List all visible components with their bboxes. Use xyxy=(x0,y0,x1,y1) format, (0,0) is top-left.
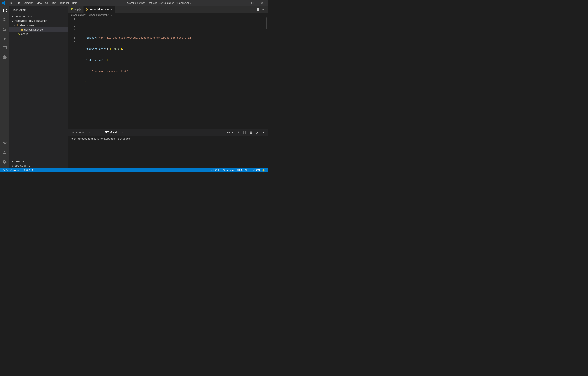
activity-remote[interactable] xyxy=(0,43,10,53)
encoding[interactable]: UTF-8 xyxy=(235,168,244,172)
breadcrumb-sep2: › xyxy=(108,14,109,16)
terminal-tab-bar: PROBLEMS OUTPUT TERMINAL ··· 1: bash ∨ +… xyxy=(68,129,268,136)
tab-app-js[interactable]: JS app.js xyxy=(68,6,84,13)
folder-icon: ⊞ xyxy=(16,24,19,27)
breadcrumb-symbol[interactable]: ... xyxy=(110,14,112,16)
js-icon: JS xyxy=(17,32,20,35)
breadcrumb-filename[interactable]: devcontainer.json xyxy=(89,14,107,16)
devcontainer-folder-arrow: ▼ xyxy=(12,24,16,27)
shell-selector[interactable]: 1: bash ∨ xyxy=(221,131,235,134)
svg-rect-0 xyxy=(3,46,7,49)
line-num-2: 2 xyxy=(69,21,75,25)
menu-view[interactable]: View xyxy=(35,1,43,5)
file-tree: ▶ OPEN EDITORS ▼ TESTNODE [DEV CONTAINER… xyxy=(10,14,68,159)
root-folder-header[interactable]: ▼ TESTNODE [DEV CONTAINER] xyxy=(10,19,68,23)
line-num-7: 7 xyxy=(69,40,75,43)
main-layout: Explorer ··· ▶ OPEN EDITORS ▼ TESTNODE [… xyxy=(0,6,268,168)
code-line-5: "dbaeumer.vscode-eslint" xyxy=(79,70,266,73)
no-arrow xyxy=(17,28,20,31)
activity-run[interactable] xyxy=(0,34,10,43)
npm-scripts-arrow: ▶ xyxy=(11,164,14,167)
tab-close-button[interactable]: ✕ xyxy=(110,8,113,11)
breadcrumb-json-icon: {} xyxy=(87,14,88,16)
problems-tab[interactable]: PROBLEMS xyxy=(68,129,87,136)
maximize-panel-button[interactable]: ∧ xyxy=(254,130,260,135)
code-line-6: ] xyxy=(79,81,266,84)
menu-selection[interactable]: Selection xyxy=(22,1,35,5)
menu-run[interactable]: Run xyxy=(50,1,58,5)
split-terminal-button[interactable] xyxy=(242,130,247,135)
activity-explorer[interactable] xyxy=(0,6,10,15)
line-num-4: 4 xyxy=(69,29,75,32)
new-terminal-button[interactable]: + xyxy=(235,130,241,135)
explorer-more-button[interactable]: ··· xyxy=(60,7,66,13)
code-line-4: "extensions": [ xyxy=(79,58,266,62)
code-line-1: { xyxy=(79,25,266,29)
scrollbar-thumb[interactable] xyxy=(266,17,267,29)
activity-account[interactable] xyxy=(0,148,10,157)
open-editors-header[interactable]: ▶ OPEN EDITORS xyxy=(10,14,68,19)
activity-extensions[interactable] xyxy=(0,53,10,62)
tab-actions: ··· xyxy=(254,6,268,12)
vscode-logo xyxy=(1,1,5,5)
vertical-scrollbar[interactable] xyxy=(266,17,268,129)
language-mode[interactable]: JSON xyxy=(252,168,261,172)
kill-terminal-button[interactable]: ⊟ xyxy=(248,130,254,135)
notifications-button[interactable]: 🔔 xyxy=(261,168,266,172)
terminal-body[interactable]: root@d48e8d38ab69:/workspaces/TestNode# xyxy=(68,136,268,168)
code-editor[interactable]: 1 2 3 4 5 6 7 { "image": "mcr.microsoft.… xyxy=(68,17,268,129)
warning-icon: ⚠ xyxy=(28,169,31,172)
output-tab[interactable]: OUTPUT xyxy=(87,129,102,136)
breadcrumb: .devcontainer › {} devcontainer.json › .… xyxy=(68,13,268,17)
root-folder-arrow: ▼ xyxy=(11,19,14,22)
split-editor-button[interactable] xyxy=(255,6,261,12)
menu-edit[interactable]: Edit xyxy=(14,1,21,5)
more-panels-button[interactable]: ··· xyxy=(120,129,127,136)
maximize-button[interactable]: ❐ xyxy=(248,0,257,6)
cursor-position[interactable]: Ln 1, Col 1 xyxy=(208,168,222,172)
activity-settings[interactable] xyxy=(0,157,10,167)
menu-go[interactable]: Go xyxy=(44,1,50,5)
close-button[interactable]: ✕ xyxy=(257,0,266,6)
errors-warnings[interactable]: ⊗ 0 ⚠ 0 xyxy=(22,168,34,172)
npm-scripts-header[interactable]: ▶ NPM SCRIPTS xyxy=(10,164,68,168)
app-js-file[interactable]: JS app.js xyxy=(10,32,68,36)
editor-area: JS app.js {} devcontainer.json ✕ ··· .de… xyxy=(68,6,268,168)
no-arrow2 xyxy=(14,32,17,35)
outline-arrow: ▶ xyxy=(11,160,14,163)
minimize-button[interactable]: – xyxy=(239,0,248,6)
line-ending[interactable]: CRLF xyxy=(244,168,252,172)
activity-search[interactable] xyxy=(0,15,10,25)
devcontainer-folder[interactable]: ▼ ⊞ .devcontainer xyxy=(10,23,68,27)
error-icon: ⊗ xyxy=(24,169,26,172)
tab-devcontainer-json[interactable]: {} devcontainer.json ✕ xyxy=(84,6,116,13)
menu-file[interactable]: File xyxy=(7,1,14,5)
indentation[interactable]: Spaces: 4 xyxy=(222,168,235,172)
activity-source-control[interactable] xyxy=(0,25,10,34)
remote-indicator[interactable]: ⊕ Dev Container xyxy=(1,168,22,172)
menu-help[interactable]: Help xyxy=(71,1,79,5)
menu-terminal[interactable]: Terminal xyxy=(58,1,70,5)
breadcrumb-sep1: › xyxy=(86,14,86,16)
line-num-1: 1 xyxy=(69,17,75,21)
outline-header[interactable]: ▶ OUTLINE xyxy=(10,159,68,164)
titlebar: File Edit Selection View Go Run Terminal… xyxy=(0,0,268,6)
terminal-tab-active[interactable]: TERMINAL xyxy=(102,129,120,136)
sidebar: Explorer ··· ▶ OPEN EDITORS ▼ TESTNODE [… xyxy=(10,6,68,168)
tab-bar: JS app.js {} devcontainer.json ✕ ··· xyxy=(68,6,268,13)
breadcrumb-devcontainer[interactable]: .devcontainer xyxy=(71,14,85,16)
terminal-panel: PROBLEMS OUTPUT TERMINAL ··· 1: bash ∨ +… xyxy=(68,129,268,168)
window-title: devcontainer.json - TestNode [Dev Contai… xyxy=(79,1,239,4)
code-line-7: } xyxy=(79,92,266,95)
activity-bar xyxy=(0,6,10,168)
explorer-header: Explorer ··· xyxy=(10,6,68,14)
code-content[interactable]: { "image": "mcr.microsoft.com/vscode/dev… xyxy=(78,17,266,129)
more-tabs-button[interactable]: ··· xyxy=(261,6,266,12)
json-tab-icon: {} xyxy=(86,8,88,11)
activity-docker[interactable] xyxy=(0,138,10,148)
activity-bottom-section xyxy=(0,138,10,168)
sidebar-bottom: ▶ OUTLINE ▶ NPM SCRIPTS xyxy=(10,159,68,168)
devcontainer-json-file[interactable]: {} devcontainer.json xyxy=(10,27,68,32)
line-num-6: 6 xyxy=(69,36,75,40)
close-panel-button[interactable]: ✕ xyxy=(261,130,266,135)
